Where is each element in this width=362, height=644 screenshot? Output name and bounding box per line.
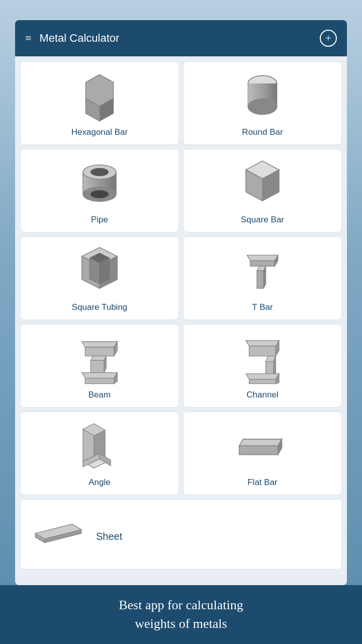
- svg-marker-35: [85, 347, 114, 356]
- svg-marker-50: [249, 379, 276, 384]
- grid-item-round-bar[interactable]: Round Bar: [183, 61, 342, 145]
- square-tubing-label: Square Tubing: [72, 302, 128, 312]
- sheet-icon: [31, 507, 86, 562]
- beam-icon: [72, 331, 127, 386]
- svg-marker-31: [263, 266, 265, 288]
- svg-marker-41: [85, 378, 114, 384]
- svg-marker-48: [246, 374, 279, 379]
- sheet-label: Sheet: [96, 531, 122, 542]
- grid-item-sheet[interactable]: Sheet: [20, 499, 342, 570]
- beam-label: Beam: [88, 390, 111, 400]
- content-area: Hexagonal Bar: [15, 56, 347, 585]
- grid-item-pipe[interactable]: Pipe: [20, 149, 179, 232]
- pipe-icon: [72, 155, 127, 211]
- svg-marker-57: [239, 439, 282, 446]
- svg-marker-42: [246, 341, 279, 346]
- grid-item-flat-bar[interactable]: Flat Bar: [183, 412, 342, 495]
- svg-marker-28: [250, 261, 275, 266]
- header-left: ≡ Metal Calculator: [25, 32, 119, 45]
- svg-marker-30: [257, 271, 263, 288]
- items-grid: Hexagonal Bar: [20, 61, 342, 570]
- square-tubing-icon: [72, 243, 127, 298]
- svg-marker-44: [249, 346, 276, 356]
- svg-marker-33: [82, 342, 117, 347]
- square-bar-icon: [235, 155, 290, 211]
- flat-bar-icon: [235, 418, 290, 473]
- bottom-banner: Best app for calculatingweights of metal…: [0, 585, 362, 644]
- square-bar-label: Square Bar: [241, 215, 284, 225]
- grid-item-hexagonal-bar[interactable]: Hexagonal Bar: [20, 61, 179, 145]
- grid-item-square-bar[interactable]: Square Bar: [183, 149, 342, 232]
- svg-marker-27: [247, 255, 278, 261]
- round-bar-icon: [235, 68, 290, 123]
- t-bar-icon: [235, 243, 290, 298]
- t-bar-label: T Bar: [252, 302, 273, 312]
- grid-item-channel[interactable]: Channel: [183, 324, 342, 408]
- svg-point-10: [248, 99, 277, 115]
- svg-marker-39: [82, 373, 117, 378]
- svg-point-13: [90, 168, 108, 176]
- hexagonal-bar-label: Hexagonal Bar: [71, 127, 128, 137]
- round-bar-label: Round Bar: [242, 127, 283, 137]
- hexagonal-bar-icon: [72, 68, 127, 123]
- flat-bar-label: Flat Bar: [247, 477, 278, 488]
- add-button[interactable]: +: [320, 30, 337, 47]
- banner-text: Best app for calculatingweights of metal…: [20, 596, 342, 633]
- channel-icon: [235, 331, 290, 386]
- app-container: ≡ Metal Calculator + Hexagonal Bar: [15, 20, 347, 585]
- grid-item-beam[interactable]: Beam: [20, 324, 179, 408]
- svg-point-15: [90, 190, 108, 198]
- svg-marker-38: [90, 360, 104, 372]
- svg-marker-36: [90, 356, 106, 361]
- grid-item-t-bar[interactable]: T Bar: [183, 236, 342, 320]
- channel-label: Channel: [246, 390, 278, 400]
- menu-icon[interactable]: ≡: [25, 32, 31, 45]
- pipe-label: Pipe: [91, 215, 108, 225]
- angle-label: Angle: [88, 477, 110, 488]
- grid-item-square-tubing[interactable]: Square Tubing: [20, 236, 179, 320]
- app-header: ≡ Metal Calculator +: [15, 20, 347, 56]
- angle-icon: [72, 418, 127, 473]
- app-title: Metal Calculator: [39, 32, 119, 45]
- grid-item-angle[interactable]: Angle: [20, 412, 179, 495]
- svg-marker-58: [239, 446, 278, 455]
